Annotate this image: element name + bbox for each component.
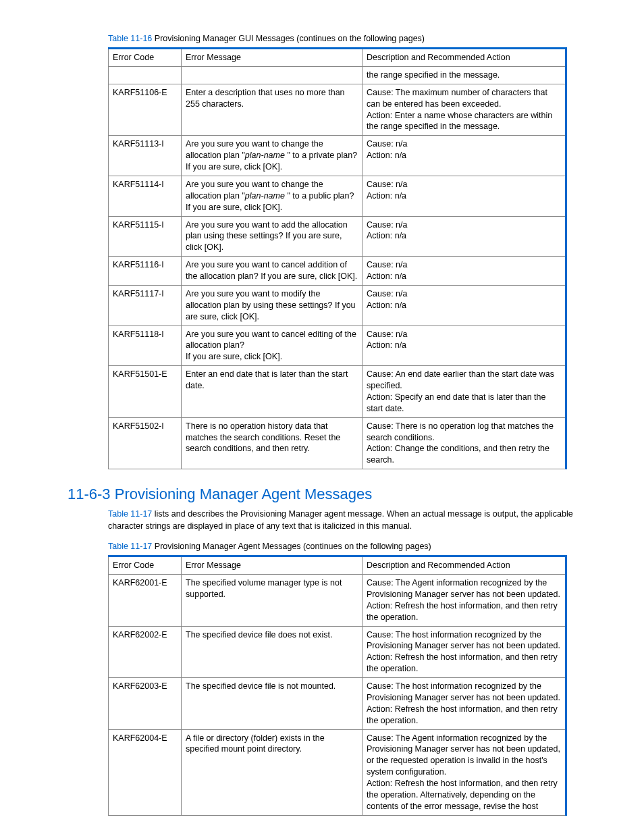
cell-description: Cause: n/aAction: n/a [363,257,566,286]
cell-error-code: KARF51117-I [109,285,182,325]
table-row: the range specified in the message. [109,66,566,84]
cell-description: Cause: The host information recognized b… [363,678,566,730]
table-row: KARF62001-EThe specified volume manager … [109,575,566,627]
cell-error-message: Are you sure you want to change the allo… [182,136,363,176]
cell-description: Cause: n/aAction: n/a [363,176,566,216]
cell-description: Cause: n/aAction: n/a [363,136,566,176]
header-description: Description and Recommended Action [363,556,566,575]
cell-error-code [109,66,182,84]
cell-error-message: Are you sure you want to cancel editing … [182,325,363,366]
cell-error-message: The specified volume manager type is not… [182,575,363,627]
cell-error-code: KARF51113-I [109,136,182,176]
table-11-17-caption: Table 11-17 Provisioning Manager Agent M… [108,542,576,551]
cell-error-message [182,66,363,84]
section-heading: 11-6-3 Provisioning Manager Agent Messag… [68,486,576,503]
table-row: KARF51116-IAre you sure you want to canc… [109,257,566,286]
cell-error-code: KARF51502-I [109,417,182,469]
cell-description: Cause: The maximum number of characters … [363,84,566,136]
cell-error-code: KARF62004-E [109,729,182,815]
cell-description: Cause: n/aAction: n/a [363,325,566,366]
cell-error-code: KARF51106-E [109,84,182,136]
cell-description: Cause: An end date earlier than the star… [363,366,566,418]
table-11-16-link[interactable]: Table 11-16 [108,34,152,43]
table-11-17-link[interactable]: Table 11-17 [108,542,152,551]
cell-error-code: KARF51116-I [109,257,182,286]
table-11-17-inline-link[interactable]: Table 11-17 [108,509,152,519]
table-11-17: Error Code Error Message Description and… [108,555,567,816]
table-row: KARF51115-IAre you sure you want to add … [109,216,566,257]
cell-error-code: KARF62003-E [109,678,182,730]
cell-error-message: Are you sure you want to add the allocat… [182,216,363,257]
cell-description: Cause: The host information recognized b… [363,626,566,678]
table-row: KARF51113-IAre you sure you want to chan… [109,136,566,176]
table-row: KARF51114-IAre you sure you want to chan… [109,176,566,216]
cell-error-message: The specified device file does not exist… [182,626,363,678]
header-description: Description and Recommended Action [363,49,566,67]
cell-description: Cause: The Agent information recognized … [363,575,566,627]
cell-error-code: KARF51118-I [109,325,182,366]
cell-error-code: KARF51114-I [109,176,182,216]
cell-description: Cause: n/aAction: n/a [363,216,566,257]
header-error-message: Error Message [182,556,363,575]
cell-description: Cause: n/aAction: n/a [363,285,566,325]
table-row: KARF62004-EA file or directory (folder) … [109,729,566,815]
table-row: KARF51501-EEnter an end date that is lat… [109,366,566,418]
header-error-code: Error Code [109,556,182,575]
cell-error-message: Are you sure you want to modify the allo… [182,285,363,325]
cell-error-message: Enter a description that uses no more th… [182,84,363,136]
table-11-16: Error Code Error Message Description and… [108,47,567,469]
header-error-message: Error Message [182,49,363,67]
cell-error-message: The specified device file is not mounted… [182,678,363,730]
table-header-row: Error Code Error Message Description and… [109,556,566,575]
table-row: KARF62003-EThe specified device file is … [109,678,566,730]
table-row: KARF51117-IAre you sure you want to modi… [109,285,566,325]
cell-error-code: KARF62002-E [109,626,182,678]
cell-error-code: KARF62001-E [109,575,182,627]
cell-error-message: Are you sure you want to cancel addition… [182,257,363,286]
cell-error-message: Enter an end date that is later than the… [182,366,363,418]
table-row: KARF51106-EEnter a description that uses… [109,84,566,136]
cell-error-message: Are you sure you want to change the allo… [182,176,363,216]
cell-error-code: KARF51115-I [109,216,182,257]
table-header-row: Error Code Error Message Description and… [109,49,566,67]
cell-error-message: A file or directory (folder) exists in t… [182,729,363,815]
table-row: KARF62002-EThe specified device file doe… [109,626,566,678]
cell-error-message: There is no operation history data that … [182,417,363,469]
table-row: KARF51502-IThere is no operation history… [109,417,566,469]
section-body-text: Table 11-17 lists and describes the Prov… [108,509,576,532]
table-11-16-caption: Table 11-16 Provisioning Manager GUI Mes… [108,34,576,43]
cell-description: Cause: There is no operation log that ma… [363,417,566,469]
table-row: KARF51118-IAre you sure you want to canc… [109,325,566,366]
cell-error-code: KARF51501-E [109,366,182,418]
header-error-code: Error Code [109,49,182,67]
cell-description: the range specified in the message. [363,66,566,84]
cell-description: Cause: The Agent information recognized … [363,729,566,815]
